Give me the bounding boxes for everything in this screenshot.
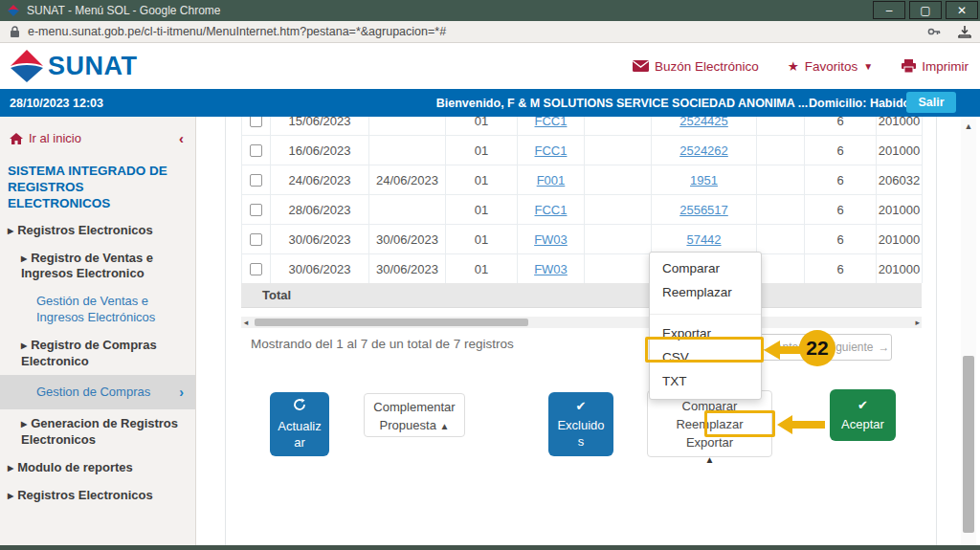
scroll-right-icon[interactable]: ▸ xyxy=(915,318,920,327)
checkbox-cell[interactable] xyxy=(242,165,271,195)
sidebar-item-label: Gestion de Compras xyxy=(36,385,150,401)
actualizar-button[interactable]: Actualizar xyxy=(270,392,329,456)
row-checkbox[interactable] xyxy=(250,117,262,127)
numero-cell: 1951 xyxy=(652,165,757,195)
serie-cell: FCC1 xyxy=(518,117,585,136)
row-checkbox[interactable] xyxy=(250,263,262,275)
complementar-propuesta-button[interactable]: Complementar Propuesta ▲ xyxy=(364,393,465,437)
welcome-text: Bienvenido, F & M SOLUTIONS SERVICE SOCI… xyxy=(421,97,823,110)
numero-link[interactable]: 2524262 xyxy=(679,143,728,158)
chevron-right-icon: › xyxy=(179,384,184,401)
horizontal-scrollbar[interactable]: ◂ ▸ xyxy=(241,317,922,328)
home-link[interactable]: Ir al inicio ‹ xyxy=(0,117,195,152)
triangle-right-icon: ▶ xyxy=(8,492,13,500)
numero-link[interactable]: 2524425 xyxy=(679,117,728,128)
sidebar-item[interactable]: ▶Generacion de Registros Electronicos xyxy=(0,409,195,453)
col7-cell: 201000 xyxy=(877,254,923,284)
browser-window: SUNAT - Menú SOL - Google Chrome – ▢ ✕ e… xyxy=(0,0,980,550)
row-checkbox[interactable] xyxy=(250,144,262,157)
caret-up-icon: ▲ xyxy=(652,453,768,468)
fecha-cell: 30/06/2023 xyxy=(369,225,446,254)
menu-item-reemplazar[interactable]: Reemplazar xyxy=(650,281,761,305)
minimize-icon: – xyxy=(886,4,893,17)
numero-link[interactable]: 57442 xyxy=(686,232,721,247)
serie-cell: F001 xyxy=(518,165,585,195)
scroll-up-icon[interactable]: ▲ xyxy=(961,119,976,131)
numero-link[interactable]: 2556517 xyxy=(679,203,728,217)
sidebar-item[interactable]: ▶Registros Electronicos xyxy=(0,216,195,244)
sunat-favicon xyxy=(8,5,19,16)
brand-text: SUNAT xyxy=(48,52,138,81)
system-title: SISTEMA INTEGRADO DE REGISTROS ELECTRONI… xyxy=(0,152,195,216)
address-bar[interactable]: e-menu.sunat.gob.pe/cl-ti-itmenu/MenuInt… xyxy=(0,21,980,43)
serie-link[interactable]: FW03 xyxy=(534,232,568,247)
close-icon: ✕ xyxy=(957,4,967,17)
col7-cell: 201000 xyxy=(877,136,923,165)
comparar-reemplazar-exportar-button[interactable]: Comparar Reemplazar Exportar ▲ xyxy=(647,390,772,457)
menu-item-comparar[interactable]: Comparar xyxy=(650,257,761,281)
col7-cell: 201000 xyxy=(877,225,923,254)
site-header: SUNAT Buzón Electrónico ★ Favoritos ▼ xyxy=(0,43,980,89)
menu-item-csv[interactable]: CSV xyxy=(650,346,761,370)
sidebar-item-label: Generacion de Registros Electronicos xyxy=(21,416,178,447)
key-icon[interactable] xyxy=(926,24,942,39)
close-button[interactable]: ✕ xyxy=(946,1,978,19)
col6-cell: 6 xyxy=(805,254,877,284)
row-checkbox[interactable] xyxy=(250,174,262,187)
row-checkbox[interactable] xyxy=(250,233,262,246)
imprimir-link[interactable]: Imprimir xyxy=(902,59,969,74)
fecha-cell: 24/06/2023 xyxy=(271,165,369,195)
checkbox-cell[interactable] xyxy=(242,195,271,225)
col6-cell: 6 xyxy=(805,195,877,225)
buzon-label: Buzón Electrónico xyxy=(655,59,759,74)
empty-cell xyxy=(757,136,805,165)
aceptar-button[interactable]: ✔ Aceptar xyxy=(830,389,896,441)
maximize-button[interactable]: ▢ xyxy=(909,1,942,19)
horizontal-scrollbar-thumb[interactable] xyxy=(255,319,528,326)
records-table: 15/06/202301FCC12524425620100016/06/2023… xyxy=(241,117,923,283)
serie-link[interactable]: FW03 xyxy=(534,262,568,276)
serie-link[interactable]: FCC1 xyxy=(535,117,568,128)
serie-link[interactable]: FCC1 xyxy=(535,203,568,217)
sidebar-item[interactable]: ▶Modulo de reportes xyxy=(0,453,195,481)
serie-cell: FW03 xyxy=(518,254,585,284)
menu-item-exportar[interactable]: Exportar xyxy=(650,322,761,346)
favoritos-menu[interactable]: ★ Favoritos ▼ xyxy=(788,58,874,74)
vertical-scrollbar[interactable]: ▲ xyxy=(961,119,976,545)
excluidos-button[interactable]: ✔ Excluidos xyxy=(548,392,613,456)
home-label: Ir al inicio xyxy=(29,131,81,145)
salir-button[interactable]: Salir xyxy=(906,92,956,113)
numero-link[interactable]: 1951 xyxy=(690,173,718,187)
menu-item-txt[interactable]: TXT xyxy=(650,370,761,394)
sidebar-item[interactable]: Gestion de Compras› xyxy=(0,375,195,409)
minimize-button[interactable]: – xyxy=(873,1,905,19)
sunat-logo[interactable]: SUNAT xyxy=(10,49,138,83)
checkbox-cell[interactable] xyxy=(242,136,271,165)
scroll-left-icon[interactable]: ◂ xyxy=(241,318,251,327)
serie-link[interactable]: FCC1 xyxy=(535,143,568,158)
table-row: 24/06/202324/06/202301F00119516206032 xyxy=(242,165,923,195)
vertical-scrollbar-thumb[interactable] xyxy=(963,356,974,533)
user-bar: 28/10/2023 12:03 Bienvenido, F & M SOLUT… xyxy=(0,89,980,117)
sidebar-item[interactable]: ▶Registro de Compras Electronico xyxy=(0,331,195,375)
table-row: 16/06/202301FCC125242626201000 xyxy=(242,136,923,165)
tipo-cell: 01 xyxy=(446,117,518,136)
checkbox-cell[interactable] xyxy=(242,225,271,254)
numero-cell: 2556517 xyxy=(652,195,757,225)
collapse-sidebar-icon[interactable]: ‹ xyxy=(179,130,184,146)
serie-link[interactable]: F001 xyxy=(537,173,566,187)
buzon-electronico-link[interactable]: Buzón Electrónico xyxy=(633,59,759,74)
refresh-icon xyxy=(276,398,323,416)
sidebar-item[interactable]: Gestión de Ventas e Ingresos Electrónico… xyxy=(0,287,195,331)
lock-icon xyxy=(10,26,20,38)
sidebar-item[interactable]: ▶Registro de Ventas e Ingresos Electroni… xyxy=(0,244,195,288)
tipo-cell: 01 xyxy=(446,254,518,284)
sidebar-item-label: Registro de Compras Electronico xyxy=(21,338,157,368)
download-icon[interactable] xyxy=(957,24,972,39)
envelope-icon xyxy=(633,60,649,72)
checkbox-cell[interactable] xyxy=(242,254,271,284)
row-checkbox[interactable] xyxy=(250,204,262,216)
checkbox-cell[interactable] xyxy=(242,117,271,136)
imprimir-label: Imprimir xyxy=(922,59,969,74)
sidebar-item[interactable]: ▶Registros Electronicos xyxy=(0,481,195,509)
